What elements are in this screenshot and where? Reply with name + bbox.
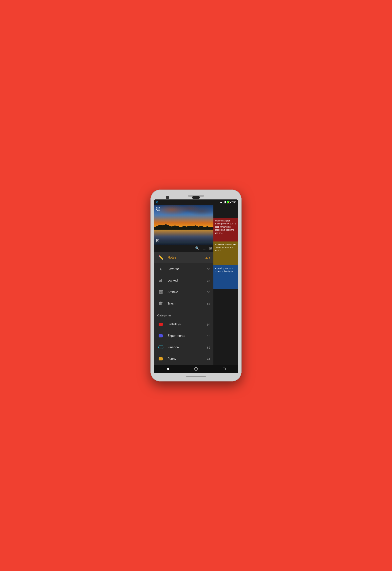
right-panel: cademic as [8] f funding by new g.[8] s … [213,205,238,365]
experiments-label: Experiments [168,334,207,338]
home-indicator [186,376,206,377]
sidebar-item-trash[interactable]: Trash 53 [154,298,213,309]
notes-icon-container: ✏️ [157,255,164,260]
sidebar-item-funny[interactable]: Funny 41 [154,353,213,365]
recent-button[interactable] [223,368,225,370]
status-left: 🌐 [156,201,158,203]
sidebar-item-birthdays[interactable]: Birthdays 94 [154,319,213,330]
trash-icon-container [157,301,164,306]
experiments-tag-container [157,333,164,338]
svg-point-1 [161,281,161,282]
finance-label: Finance [168,346,207,349]
sidebar-item-finance[interactable]: Finance 82 [154,342,213,353]
svg-rect-2 [159,290,163,291]
finance-count: 82 [207,346,210,349]
menu-divider [154,310,213,310]
earpiece [192,196,200,199]
camera [166,196,169,199]
note-card-1: cademic as [8] f funding by new g.[8] s … [213,218,238,241]
birthdays-count: 94 [207,323,210,326]
grid-icon[interactable]: ⊞ [209,246,212,250]
favorite-icon-container: ★ [157,267,164,271]
note-card-3: adipiscing labore et eniam, quis aliquip [213,265,238,289]
trash-label: Trash [168,302,207,305]
funny-count: 41 [207,357,210,361]
categories-header: Categories [154,311,213,319]
archive-count: 58 [207,290,210,294]
archive-label: Archive [168,290,207,294]
locked-count: 34 [207,279,210,282]
sidebar-item-experiments[interactable]: Experiments 19 [154,330,213,342]
notes-count: 375 [205,256,210,259]
hero-image: 🖼 [154,205,213,245]
home-icon [195,367,197,371]
sidebar-panel: 🖼 🔍 ☰ ⊞ ✏️ Notes 375 [154,205,213,365]
star-icon: ★ [159,267,163,271]
time-display: 2:33 [231,201,236,204]
phone-top [154,193,238,199]
phone-device: 🌐 ▾▾ ⚡ 2:33 [151,190,241,381]
phone-screen: 🌐 ▾▾ ⚡ 2:33 [154,199,238,373]
notes-label: Notes [168,256,205,259]
toolbar: 🔍 ☰ ⊞ [154,245,213,252]
archive-icon-container [157,290,164,294]
pencil-icon: ✏️ [158,255,163,260]
sidebar-menu: ✏️ Notes 375 ★ Favorite 58 [154,252,213,365]
finance-tag-container [157,345,164,350]
finance-tag-icon [158,345,164,350]
phone-bottom [154,373,238,378]
favorite-label: Favorite [168,267,207,271]
hero-sunset [154,205,213,245]
hero-water [154,229,213,245]
status-bar: 🌐 ▾▾ ⚡ 2:33 [154,199,238,205]
back-icon [167,367,169,371]
birthdays-tag-container [157,322,164,327]
charging-bolt: ⚡ [227,201,229,203]
locked-label: Locked [168,279,207,282]
globe-icon: 🌐 [156,201,158,203]
sidebar-item-favorite[interactable]: ★ Favorite 58 [154,263,213,275]
signal-icon [223,201,226,203]
filter-icon[interactable]: ☰ [203,246,206,250]
svg-rect-7 [160,301,161,302]
image-icon: 🖼 [156,239,160,243]
recent-icon [223,368,225,370]
trash-count: 53 [207,302,210,305]
wifi-icon: ▾▾ [220,201,222,204]
experiments-count: 19 [207,334,210,338]
screen-content: 🖼 🔍 ☰ ⊞ ✏️ Notes 375 [154,205,238,365]
battery-icon: ⚡ [227,201,230,203]
funny-tag-icon [158,357,164,361]
status-right: ▾▾ ⚡ 2:33 [220,201,236,204]
funny-tag-container [157,357,164,361]
sidebar-item-notes[interactable]: ✏️ Notes 375 [154,252,213,263]
locked-icon-container [157,278,164,283]
sidebar-item-locked[interactable]: Locked 34 [154,275,213,286]
back-button[interactable] [167,367,169,371]
birthdays-label: Birthdays [168,323,207,326]
sidebar-item-archive[interactable]: Archive 58 [154,286,213,298]
birthdays-tag-icon [158,322,164,327]
funny-label: Funny [168,357,207,361]
home-button[interactable] [195,367,197,371]
note-card-2: nts Delete Note or PIN Code lors SD Card… [213,241,238,265]
search-icon[interactable]: 🔍 [195,246,199,250]
archive-icon [159,290,163,294]
hero-clouds [154,205,213,229]
favorite-count: 58 [207,268,210,271]
lock-icon [159,278,163,283]
navigation-bar [154,365,238,373]
experiments-tag-icon [158,333,164,338]
globe-overlay [156,207,160,211]
trash-icon [159,301,163,306]
